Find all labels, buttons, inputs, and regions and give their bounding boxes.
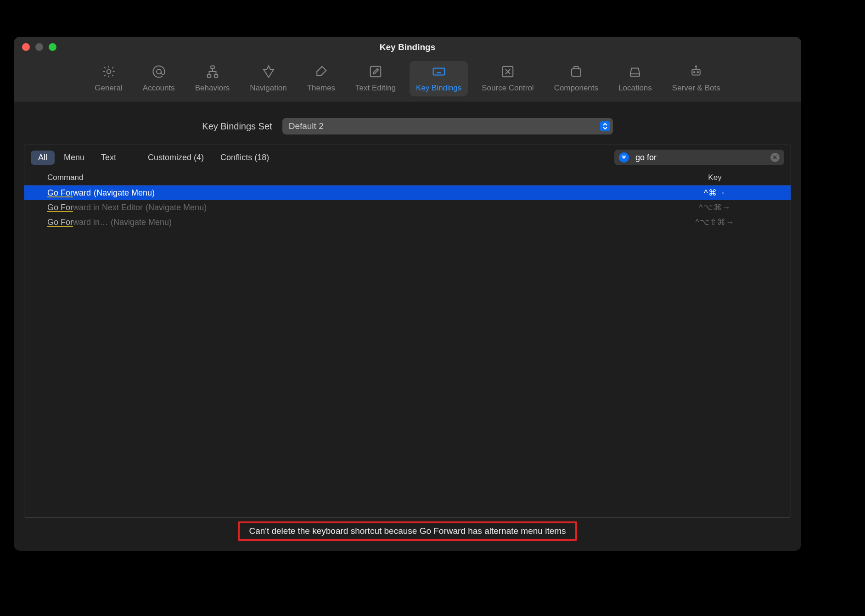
key-cell[interactable]: ^⌥⇧⌘→ bbox=[639, 217, 791, 227]
minimize-button[interactable] bbox=[35, 43, 43, 51]
preferences-toolbar: General Accounts Behaviors Navigation Th… bbox=[14, 57, 801, 101]
table-header: Command Key bbox=[24, 170, 791, 185]
svg-rect-13 bbox=[572, 69, 581, 76]
svg-point-1 bbox=[157, 69, 161, 74]
column-header-command[interactable]: Command bbox=[24, 173, 639, 182]
tab-label: Accounts bbox=[143, 84, 175, 93]
tab-label: Navigation bbox=[250, 84, 286, 93]
filter-customized-[interactable]: Customized (4) bbox=[140, 151, 211, 165]
svg-rect-4 bbox=[214, 74, 218, 77]
tab-behaviors[interactable]: Behaviors bbox=[189, 61, 236, 96]
column-header-key[interactable]: Key bbox=[639, 173, 791, 182]
tab-themes[interactable]: Themes bbox=[301, 61, 342, 96]
keybindings-set-row: Key Bindings Set Default 2 bbox=[14, 101, 801, 145]
filter-all[interactable]: All bbox=[31, 151, 55, 165]
select-chevron-icon bbox=[600, 121, 610, 131]
keybindings-set-value: Default 2 bbox=[289, 121, 324, 131]
svg-rect-15 bbox=[692, 69, 700, 75]
command-cell: Go Forward (Navigate Menu) bbox=[47, 188, 639, 198]
window-title: Key Bindings bbox=[14, 42, 801, 52]
disk-icon bbox=[628, 65, 642, 81]
tab-label: Components bbox=[554, 84, 598, 93]
table-row[interactable]: Go Forward (Navigate Menu) ^⌘→ bbox=[24, 185, 791, 200]
brush-icon bbox=[314, 65, 328, 81]
traffic-lights bbox=[14, 43, 56, 51]
clear-search-icon[interactable]: ✕ bbox=[770, 153, 780, 162]
tab-label: Key Bindings bbox=[416, 84, 461, 93]
tab-label: Text Editing bbox=[355, 84, 396, 93]
pencil-square-icon bbox=[369, 65, 382, 81]
robot-icon bbox=[689, 65, 703, 81]
filter-menu[interactable]: Menu bbox=[56, 151, 92, 165]
svg-point-0 bbox=[107, 70, 111, 74]
keyboard-icon bbox=[432, 65, 446, 81]
nav-icon bbox=[262, 65, 275, 81]
keybindings-set-select[interactable]: Default 2 bbox=[282, 118, 613, 134]
tab-general[interactable]: General bbox=[88, 61, 129, 96]
tab-locations[interactable]: Locations bbox=[612, 61, 658, 96]
tab-label: General bbox=[95, 84, 122, 93]
command-cell: Go Forward in Next Editor (Navigate Menu… bbox=[47, 203, 639, 213]
svg-rect-3 bbox=[207, 74, 211, 77]
titlebar: Key Bindings bbox=[14, 37, 801, 57]
tab-label: Locations bbox=[618, 84, 652, 93]
package-icon bbox=[569, 65, 583, 81]
branch-icon bbox=[501, 65, 515, 81]
table-row[interactable]: Go Forward in… (Navigate Menu) ^⌥⇧⌘→ bbox=[24, 215, 791, 230]
tab-sourcecontrol[interactable]: Source Control bbox=[475, 61, 540, 96]
command-cell: Go Forward in… (Navigate Menu) bbox=[47, 218, 639, 227]
tab-label: Themes bbox=[307, 84, 335, 93]
extra-segment: Customized (4)Conflicts (18) bbox=[140, 151, 276, 165]
close-button[interactable] bbox=[22, 43, 30, 51]
filter-text[interactable]: Text bbox=[94, 151, 124, 165]
svg-rect-2 bbox=[211, 66, 214, 69]
gear-icon bbox=[102, 65, 116, 81]
tab-serverbots[interactable]: Server & Bots bbox=[666, 61, 727, 96]
filter-scope-icon[interactable] bbox=[619, 152, 629, 162]
table-body: Go Forward (Navigate Menu) ^⌘→ Go Forwar… bbox=[24, 185, 791, 517]
segment-divider bbox=[132, 152, 132, 163]
tab-navigation[interactable]: Navigation bbox=[243, 61, 293, 96]
tab-textediting[interactable]: Text Editing bbox=[349, 61, 402, 96]
key-cell[interactable]: ^⌘→ bbox=[639, 188, 791, 198]
search-input[interactable] bbox=[635, 152, 765, 163]
preferences-window: Key Bindings General Accounts Behaviors … bbox=[14, 37, 801, 551]
svg-point-16 bbox=[694, 72, 695, 73]
search-field[interactable]: ✕ bbox=[614, 150, 784, 165]
flow-icon bbox=[206, 65, 219, 81]
filter-bar: AllMenuText Customized (4)Conflicts (18)… bbox=[24, 145, 791, 170]
table-row[interactable]: Go Forward in Next Editor (Navigate Menu… bbox=[24, 200, 791, 215]
keybindings-set-label: Key Bindings Set bbox=[202, 121, 272, 132]
at-icon bbox=[152, 65, 166, 81]
keybindings-panel: AllMenuText Customized (4)Conflicts (18)… bbox=[24, 145, 791, 518]
svg-rect-6 bbox=[433, 68, 444, 75]
tab-keybindings[interactable]: Key Bindings bbox=[410, 61, 468, 96]
svg-point-19 bbox=[696, 66, 697, 67]
status-bar: Can't delete the keyboard shortcut becau… bbox=[24, 518, 791, 541]
tab-components[interactable]: Components bbox=[548, 61, 605, 96]
tab-label: Server & Bots bbox=[672, 84, 720, 93]
tab-accounts[interactable]: Accounts bbox=[136, 61, 181, 96]
scope-segment: AllMenuText bbox=[31, 151, 124, 165]
tab-label: Behaviors bbox=[195, 84, 230, 93]
zoom-button[interactable] bbox=[49, 43, 56, 51]
svg-rect-5 bbox=[371, 67, 381, 77]
key-cell[interactable]: ^⌥⌘→ bbox=[639, 202, 791, 213]
svg-rect-14 bbox=[630, 74, 640, 76]
status-message: Can't delete the keyboard shortcut becau… bbox=[238, 521, 577, 541]
svg-point-17 bbox=[697, 72, 699, 73]
tab-label: Source Control bbox=[482, 84, 534, 93]
filter-conflicts-[interactable]: Conflicts (18) bbox=[213, 151, 276, 165]
